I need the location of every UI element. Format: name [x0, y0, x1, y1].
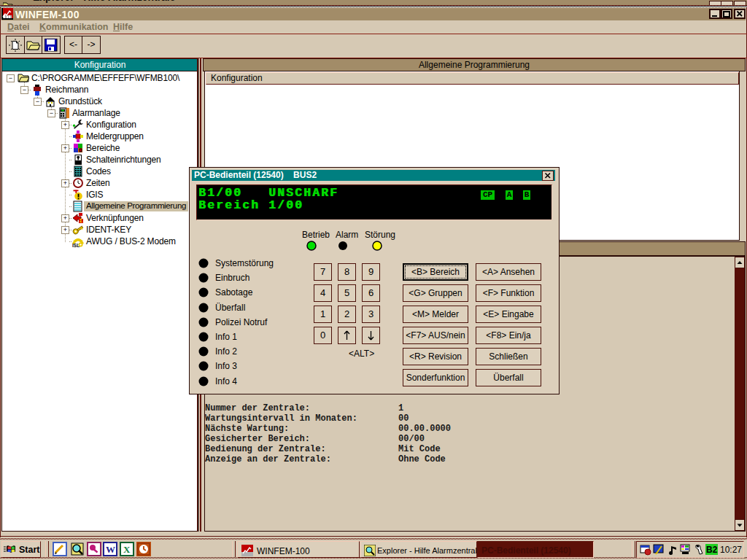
svg-text:Σ: Σ — [80, 218, 82, 223]
svg-text:W: W — [106, 544, 115, 555]
svg-text:X: X — [123, 544, 131, 555]
svg-text:B2: B2 — [706, 545, 718, 555]
svg-text:ISL: ISL — [72, 243, 80, 247]
